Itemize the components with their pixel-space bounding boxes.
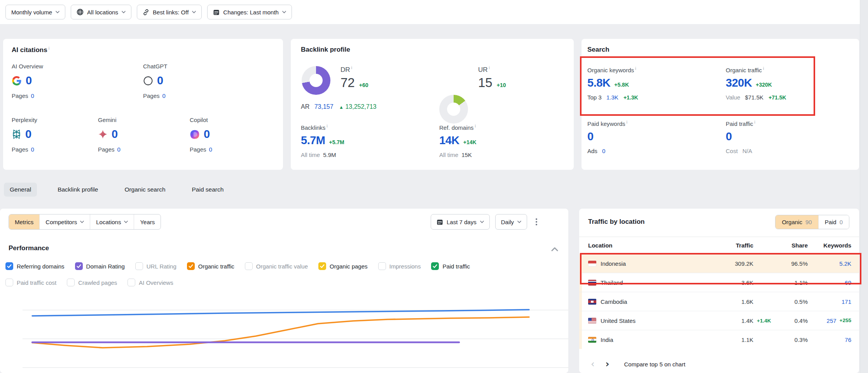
metric-checkbox-paid-traffic[interactable]: Paid traffic xyxy=(431,262,470,270)
metric-checkbox-organic-pages[interactable]: Organic pages xyxy=(318,262,368,270)
pages-value-link[interactable]: 0 xyxy=(209,146,212,153)
metric-checkbox-referring-domains[interactable]: Referring domains xyxy=(5,262,65,270)
metric-checkbox-domain-rating[interactable]: Domain Rating xyxy=(75,262,125,270)
table-row-thailand[interactable]: Thailand3.6K1.1%69 xyxy=(579,273,859,292)
dr-label: DR xyxy=(341,66,350,73)
metric-checkboxes-row-2: Paid traffic costCrawled pagesAI Overvie… xyxy=(5,279,173,286)
segment-locations[interactable]: Locations xyxy=(90,214,134,229)
metric-checkbox-url-rating[interactable]: URL Rating xyxy=(135,262,176,270)
metric-label: Domain Rating xyxy=(86,263,125,270)
backlinks-change: +5.7M xyxy=(329,139,344,145)
keywords-link[interactable]: 171 xyxy=(842,298,851,305)
all-time-label: All time xyxy=(301,152,320,158)
organic-traffic-value-link[interactable]: 320K xyxy=(726,77,752,89)
metric-checkbox-crawled-pages[interactable]: Crawled pages xyxy=(67,279,117,286)
pages-label: Pages xyxy=(12,146,28,153)
engine-value-link[interactable]: 0 xyxy=(157,74,163,87)
location-name: Cambodia xyxy=(601,298,627,305)
locations-label: All locations xyxy=(87,9,118,16)
link-icon xyxy=(143,9,149,16)
backlink-profile-title: Backlink profile xyxy=(301,46,350,53)
monthly-volume-dropdown[interactable]: Monthly volume xyxy=(5,5,65,19)
best-links-dropdown[interactable]: Best links: Off xyxy=(137,5,202,19)
column-keywords[interactable]: Keywords xyxy=(808,242,851,249)
keywords-link[interactable]: 257 xyxy=(827,317,837,324)
organic-keywords-value-link[interactable]: 5.8K xyxy=(587,77,610,89)
granularity-dropdown[interactable]: Daily xyxy=(495,214,527,230)
paid-traffic-value-link[interactable]: 0 xyxy=(726,130,732,143)
keywords-link[interactable]: 69 xyxy=(845,279,851,286)
toggle-label: Organic xyxy=(782,219,802,225)
info-icon[interactable]: i xyxy=(327,124,327,128)
tab-general[interactable]: General xyxy=(4,183,37,197)
date-range-dropdown[interactable]: Last 7 days xyxy=(431,214,490,230)
metric-checkbox-organic-traffic[interactable]: Organic traffic xyxy=(187,262,234,270)
tab-backlink-profile[interactable]: Backlink profile xyxy=(52,183,104,197)
engine-value-link[interactable]: 0 xyxy=(25,128,31,141)
page-scrollbar[interactable] xyxy=(860,0,868,373)
pages-value-link[interactable]: 0 xyxy=(31,146,34,153)
table-row-united-states[interactable]: United States1.4K+1.4K0.4%257+255 xyxy=(579,311,859,330)
chevron-down-icon xyxy=(56,11,59,14)
column-location[interactable]: Location xyxy=(588,242,711,249)
column-share[interactable]: Share xyxy=(778,242,808,249)
info-icon[interactable]: i xyxy=(635,66,636,71)
engine-value-link[interactable]: 0 xyxy=(204,128,210,141)
gemini-icon xyxy=(98,129,108,139)
prev-page-icon[interactable]: ‹ xyxy=(591,359,595,369)
metric-checkbox-ai-overviews[interactable]: AI Overviews xyxy=(127,279,173,286)
info-icon[interactable]: i xyxy=(754,120,755,124)
column-traffic[interactable]: Traffic xyxy=(711,242,753,249)
changes-dropdown[interactable]: Changes: Last month xyxy=(207,5,292,19)
metric-label: Organic traffic xyxy=(198,263,234,270)
section-tabs: General Backlink profile Organic search … xyxy=(4,183,229,197)
metric-checkbox-organic-traffic-value[interactable]: Organic traffic value xyxy=(245,262,308,270)
keywords-link[interactable]: 5.2K xyxy=(839,260,851,267)
info-icon[interactable]: i xyxy=(489,65,490,70)
ur-donut-chart xyxy=(439,95,468,124)
table-row-cambodia[interactable]: Cambodia1.6K0.5%171 xyxy=(579,292,859,311)
locations-dropdown[interactable]: All locations xyxy=(71,5,131,19)
dashboard: Monthly volume All locations Best links:… xyxy=(0,0,868,373)
ads-value-link[interactable]: 0 xyxy=(602,148,605,154)
location-table-body: Indonesia309.2K96.5%5.2KThailand3.6K1.1%… xyxy=(579,254,859,349)
changes-label: Changes: Last month xyxy=(223,9,279,16)
table-row-india[interactable]: India1.1K0.3%76 xyxy=(579,330,859,349)
backlinks-value-link[interactable]: 5.7M xyxy=(301,134,325,147)
flag-th-icon xyxy=(588,280,596,286)
next-page-icon[interactable]: › xyxy=(606,359,610,369)
collapse-section-icon[interactable] xyxy=(551,247,558,251)
traffic-value: $71.5K xyxy=(745,94,763,101)
segment-competitors[interactable]: Competitors xyxy=(39,214,90,229)
info-icon[interactable]: i xyxy=(475,124,475,128)
ur-change: +10 xyxy=(497,82,506,88)
info-icon[interactable]: i xyxy=(49,46,49,51)
table-row-indonesia[interactable]: Indonesia309.2K96.5%5.2K xyxy=(579,254,859,273)
info-icon[interactable]: i xyxy=(351,65,352,70)
ads-label: Ads xyxy=(587,148,597,154)
segment-years[interactable]: Years xyxy=(134,214,161,229)
engine-ai-overview: AI Overview 0 Pages0 xyxy=(12,63,93,99)
tab-organic-search[interactable]: Organic search xyxy=(119,183,171,197)
segment-metrics[interactable]: Metrics xyxy=(9,214,39,229)
more-options-button[interactable] xyxy=(533,215,540,228)
info-icon[interactable]: i xyxy=(627,120,627,124)
pages-value-link[interactable]: 0 xyxy=(31,92,34,99)
keywords-link[interactable]: 76 xyxy=(845,336,851,343)
pages-value-link[interactable]: 0 xyxy=(162,92,166,99)
engine-value-link[interactable]: 0 xyxy=(26,74,32,87)
ar-label: AR xyxy=(301,103,309,110)
paid-keywords-value-link[interactable]: 0 xyxy=(587,130,594,143)
ar-value-link[interactable]: 73,157 xyxy=(314,103,334,110)
toggle-paid[interactable]: Paid0 xyxy=(818,215,849,229)
performance-line-chart[interactable] xyxy=(23,297,569,371)
metric-checkbox-paid-traffic-cost[interactable]: Paid traffic cost xyxy=(5,279,56,286)
toggle-organic[interactable]: Organic90 xyxy=(775,215,818,229)
ref-domains-value-link[interactable]: 14K xyxy=(439,134,459,147)
pages-value-link[interactable]: 0 xyxy=(117,146,121,153)
metric-checkbox-impressions[interactable]: Impressions xyxy=(378,262,421,270)
engine-value-link[interactable]: 0 xyxy=(112,128,118,141)
info-icon[interactable]: i xyxy=(763,66,764,71)
tab-paid-search[interactable]: Paid search xyxy=(186,183,230,197)
top3-value-link[interactable]: 1.3K xyxy=(606,94,618,101)
